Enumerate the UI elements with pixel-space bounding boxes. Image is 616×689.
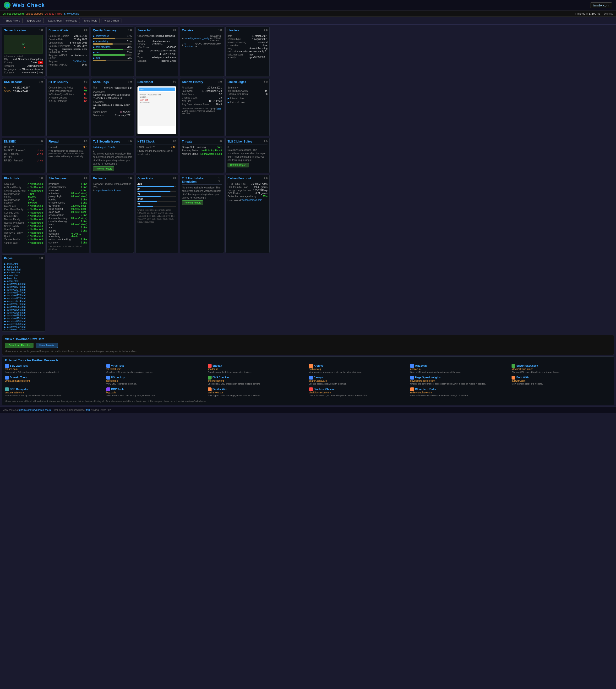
- tool-link[interactable]: blacklistchecker.com: [309, 391, 409, 394]
- timezone-row: Timezone Asia/Shanghai: [4, 65, 43, 67]
- tool-icon: [511, 376, 515, 380]
- theme-color-swatch: [120, 111, 123, 113]
- logo: 🌐 Web Check: [4, 2, 45, 8]
- dns-records-card: DNS Records ℹ ⧉ A 49.232.199.187 AAAA 49…: [2, 78, 45, 136]
- firewall-title: Firewall ℹ ⧉: [48, 140, 87, 145]
- download-results-button[interactable]: Download Results: [5, 343, 34, 348]
- header-item: content-type 1 August 2001: [227, 38, 267, 40]
- export-button[interactable]: Export Data: [25, 18, 44, 23]
- card-icons: ℹ ⧉: [40, 29, 43, 32]
- page-link[interactable]: ▶ /moyu.html: [4, 263, 43, 265]
- quality-item: ▶ pwa 33%: [93, 57, 132, 61]
- tool-link[interactable]: dnschecker.org: [208, 380, 307, 382]
- page-link[interactable]: ▶ /archives/279.html: [4, 285, 43, 288]
- tool-link[interactable]: ssllabs.com: [5, 368, 105, 370]
- filters-button[interactable]: Show Filters: [3, 18, 23, 23]
- archive-here-link[interactable]: here: [217, 107, 221, 110]
- tool-link[interactable]: search.censys.io: [309, 380, 409, 382]
- page-link[interactable]: ▶ /archives/266.html: [4, 306, 43, 308]
- tool-desc: Search engine for Internet-connected dev…: [208, 371, 307, 374]
- main-grid: Server Location ℹ ⧉ 🗺 A Company Limited …: [0, 25, 616, 333]
- more-tools-button[interactable]: More Tools: [82, 18, 100, 23]
- tool-link[interactable]: archive.org: [309, 368, 409, 370]
- status-bar: 25 jobs successful 2 jobs skipped 10 Job…: [0, 11, 616, 17]
- show-details-link[interactable]: Show Details: [64, 12, 79, 15]
- open-ports-title: Open Ports ℹ ⧉: [137, 177, 176, 181]
- server-location-card: Server Location ℹ ⧉ 🗺 A Company Limited …: [2, 26, 45, 77]
- tool-link[interactable]: similarweb.com: [208, 391, 307, 394]
- source-link[interactable]: github.com/lissy93/web-check: [19, 409, 51, 411]
- tool-item: Cloudflare Radar radar.cloudflare.com Vi…: [410, 387, 510, 397]
- page-link[interactable]: ▶ /quidang.html: [4, 268, 43, 271]
- quality-items: ▶ performance 57% ▶ accessibility 51% ▶ …: [93, 35, 132, 61]
- page-link[interactable]: ▶ /archives/254.html: [4, 314, 43, 317]
- page-link[interactable]: ▶ /archives/270.html: [4, 303, 43, 305]
- summary-label[interactable]: Summary: [227, 86, 267, 89]
- tool-link[interactable]: nslookup.io: [106, 380, 206, 382]
- tls-refetch-button[interactable]: Refetch Report: [93, 167, 114, 171]
- screenshot-header-bar: iMIN: [139, 88, 175, 91]
- tool-link[interactable]: virustotal.com: [106, 368, 206, 370]
- carbon-link[interactable]: websitecarbon.com: [242, 199, 262, 201]
- screenshot-text: iMin导购 - 我的生活记录小册 文章列表... 公众号链接 博客内容区域..…: [139, 93, 174, 104]
- st-keywords-row: Keywords iMin,iMin博客,iMin个人博客,iMin学习记录: [93, 101, 132, 110]
- tool-item: Virus Total virustotal.com Checks a URL …: [106, 364, 206, 374]
- page-link[interactable]: ▶ /luban.html: [4, 265, 43, 268]
- cipher-refetch-button[interactable]: Refetch Report: [227, 163, 249, 167]
- external-links-section: ▶ External Links: [227, 101, 267, 104]
- site-feature-item: canadian-hosting 1 Live: [48, 220, 87, 223]
- tool-icon: [106, 387, 110, 391]
- page-link[interactable]: ▶ /archives/277.html: [4, 291, 43, 294]
- page-link[interactable]: ▶ /links.html: [4, 277, 43, 280]
- learn-button[interactable]: Learn About The Results: [46, 18, 80, 23]
- page-link[interactable]: ▶ /archives/256.html: [4, 311, 43, 314]
- page-link[interactable]: ▶ /archives/232.html: [4, 326, 43, 328]
- page-link[interactable]: ▶ /contact.html: [4, 271, 43, 274]
- dnssec-title: DNSSEC ℹ ⧉: [4, 140, 43, 145]
- domain-whois-card: Domain Whois ℹ ⧉ Registered Domain IMINB…: [46, 26, 89, 77]
- license-link[interactable]: MIT: [86, 409, 90, 411]
- page-link[interactable]: ▶ /archives/275.html: [4, 297, 43, 300]
- page-link[interactable]: ▶ /archives/233.html: [4, 323, 43, 325]
- tool-link[interactable]: sitecheck.sucuri.net: [511, 368, 611, 370]
- page-link[interactable]: ▶ /archives/251.html: [4, 317, 43, 320]
- page-link[interactable]: ▶ /about.html: [4, 280, 43, 282]
- tool-link[interactable]: dnsdumpster.com: [5, 391, 105, 394]
- registered-row: Registered Domain IMINBK.COM: [48, 35, 87, 37]
- site-feature-item: jquery-plugin 0 Live (1 dead): [48, 195, 87, 198]
- page-link[interactable]: ▶ /archives/235.html: [4, 320, 43, 323]
- page-link[interactable]: ▶ /archives/276.html: [4, 294, 43, 297]
- block-list-item: Quad9 ✓ Not Blocked: [4, 235, 43, 237]
- port-item: 21: [137, 203, 176, 207]
- tool-link[interactable]: whois.domaintools.com: [5, 380, 105, 382]
- social-tags-card: Social Tags ℹ ⧉ Title iMin导购 - 我的生活记录小册 …: [91, 78, 134, 136]
- tool-item: Censys search.censys.io Lookup hosts ass…: [309, 376, 409, 386]
- tls-handshake-refetch-button[interactable]: Refetch Report: [182, 200, 203, 205]
- page-link[interactable]: ▶ /archives/230.html: [4, 329, 43, 329]
- tool-link[interactable]: radar.cloudflare.com: [410, 391, 510, 394]
- footer: View source at github.com/lissy93/web-ch…: [0, 407, 616, 413]
- tool-link[interactable]: builtwith.com: [511, 380, 611, 382]
- tool-link[interactable]: developers.google.com: [410, 380, 510, 382]
- view-results-button[interactable]: View Results: [36, 343, 58, 348]
- tool-link[interactable]: urlscan.io: [410, 368, 510, 370]
- tool-item: Built With builtwith.com View the tech s…: [511, 376, 611, 386]
- tool-link[interactable]: bgp.tools: [106, 391, 206, 394]
- hsts-card: HSTS Check ℹ ⧉ HSTS Enabled? ✗ No HSTS h…: [135, 138, 178, 173]
- page-link[interactable]: ▶ /cross.html: [4, 274, 43, 277]
- block-list-item: AdGuard ✓ Not Blocked: [4, 183, 43, 185]
- page-link[interactable]: ▶ /archives/283.html: [4, 283, 43, 285]
- company-label: A Company Limited: [4, 55, 43, 58]
- block-lists-title: Block Lists ℹ ⧉: [4, 177, 43, 181]
- page-link[interactable]: ▶ /archives/274.html: [4, 300, 43, 303]
- page-link[interactable]: ▶ /archives/278.html: [4, 288, 43, 291]
- tool-link[interactable]: shodan.io: [208, 368, 307, 370]
- tls-full-results[interactable]: Full Analysis Results: [93, 146, 132, 149]
- firewall-status-row: Firewall No*: [48, 146, 87, 149]
- github-button[interactable]: View GitHub: [102, 18, 122, 23]
- site-features-last-scanned: Last scanned on 12 March 2024 at 01:00 p…: [48, 245, 87, 251]
- currency-row: Currency Yuan Renminbi (CNY): [4, 71, 43, 74]
- page-link[interactable]: ▶ /archives/260.html: [4, 308, 43, 311]
- quality-summary-card: Quality Summary ℹ ⧉ ▶ performance 57% ▶ …: [91, 26, 134, 77]
- dismiss-button[interactable]: Dismiss: [604, 12, 613, 15]
